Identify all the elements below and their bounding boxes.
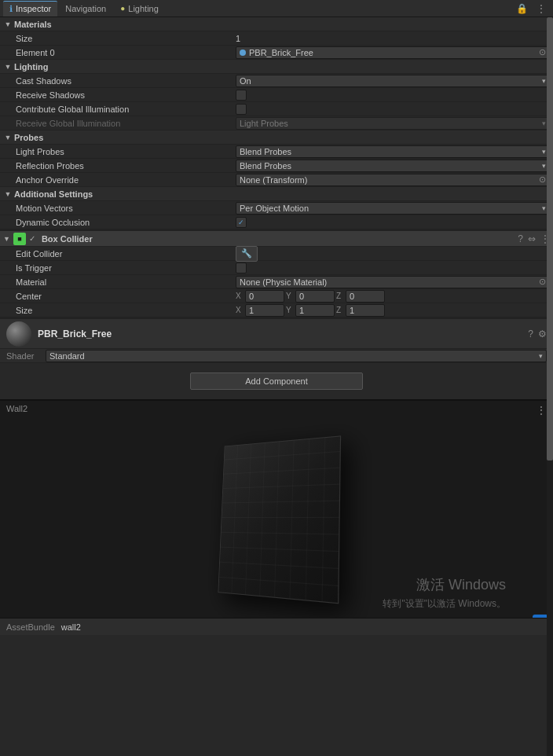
inspector-tab-label: Inspector xyxy=(16,4,51,13)
contribute-gi-label: Contribute Global Illumination xyxy=(16,105,236,114)
shader-dropdown-arrow: ▾ xyxy=(539,352,543,360)
light-probes-row: Light Probes Blend Probes ▾ xyxy=(0,145,553,159)
collider-material-value[interactable]: None (Physic Material) ⊙ xyxy=(236,276,550,288)
cast-shadows-dropdown[interactable]: On ▾ xyxy=(236,75,550,87)
dynamic-occlusion-value[interactable] xyxy=(236,217,550,228)
light-probes-label: Light Probes xyxy=(16,147,236,156)
box-collider-edit-icon[interactable]: ⇔ xyxy=(528,233,536,244)
contribute-gi-value[interactable] xyxy=(236,104,550,115)
materials-section-header[interactable]: ▼ Materials xyxy=(0,17,553,31)
anchor-override-text: None (Transform) xyxy=(240,175,536,185)
add-component-button[interactable]: Add Component xyxy=(190,372,363,390)
probes-section-header[interactable]: ▼ Probes xyxy=(0,130,553,145)
center-z-input[interactable]: 0 xyxy=(346,290,385,303)
box-collider-icons: ? ⇔ ⋮ xyxy=(518,233,550,244)
receive-gi-dropdown-arrow: ▾ xyxy=(542,119,546,127)
box-collider-title: Box Collider xyxy=(42,234,518,244)
is-trigger-value[interactable] xyxy=(236,262,550,273)
shader-dropdown[interactable]: Standard ▾ xyxy=(46,350,547,362)
additional-settings-section-label: Additional Settings xyxy=(14,189,93,199)
center-z-label: Z xyxy=(336,292,344,300)
lighting-section-header[interactable]: ▼ Lighting xyxy=(0,60,553,74)
preview-menu-icon[interactable]: ⋮ xyxy=(536,404,547,417)
anchor-override-label: Anchor Override xyxy=(16,175,236,185)
reflection-probes-dropdown[interactable]: Blend Probes ▾ xyxy=(236,160,550,172)
size-label: Size xyxy=(16,34,236,43)
add-component-label: Add Component xyxy=(245,376,308,386)
additional-settings-section-header[interactable]: ▼ Additional Settings xyxy=(0,187,553,201)
receive-gi-dropdown[interactable]: Light Probes ▾ xyxy=(236,117,550,130)
cast-shadows-label: Cast Shadows xyxy=(16,76,236,86)
center-y-input[interactable]: 0 xyxy=(295,290,335,303)
element0-value[interactable]: PBR_Brick_Free ⊙ xyxy=(236,46,550,59)
receive-shadows-row: Receive Shadows xyxy=(0,88,553,102)
material-help-icon[interactable]: ? xyxy=(528,328,533,339)
anchor-override-value[interactable]: None (Transform) ⊙ xyxy=(236,174,550,186)
shader-row: Shader Standard ▾ xyxy=(0,349,553,363)
collider-material-text: None (Physic Material) xyxy=(240,277,536,287)
element0-text: PBR_Brick_Free xyxy=(249,48,536,57)
collider-material-field[interactable]: None (Physic Material) ⊙ xyxy=(236,276,550,288)
wall-3d-preview xyxy=(218,435,341,604)
tab-navigation[interactable]: Navigation xyxy=(59,1,112,17)
is-trigger-checkbox[interactable] xyxy=(236,262,247,273)
element0-dot xyxy=(240,50,246,56)
collider-material-select-icon[interactable]: ⊙ xyxy=(539,277,546,287)
reflection-probes-row: Reflection Probes Blend Probes ▾ xyxy=(0,159,553,173)
element0-field[interactable]: PBR_Brick_Free ⊙ xyxy=(236,46,550,59)
center-label: Center xyxy=(16,292,236,301)
size-y-input[interactable]: 1 xyxy=(295,304,335,317)
collider-size-value: X 1 Y 1 Z 1 xyxy=(236,304,550,317)
anchor-override-field[interactable]: None (Transform) ⊙ xyxy=(236,174,550,186)
cast-shadows-value[interactable]: On ▾ xyxy=(236,75,550,87)
preview-label: Wall2 xyxy=(6,404,27,413)
center-x-input[interactable]: 0 xyxy=(245,290,284,303)
material-settings-icon[interactable]: ⚙ xyxy=(538,328,547,339)
anchor-override-select-icon[interactable]: ⊙ xyxy=(539,174,546,185)
tab-menu-icon[interactable]: ⋮ xyxy=(533,2,550,15)
collider-size-row: Size X 1 Y 1 Z 1 xyxy=(0,303,553,317)
box-collider-help-icon[interactable]: ? xyxy=(518,233,523,244)
motion-vectors-value[interactable]: Per Object Motion ▾ xyxy=(236,202,550,215)
motion-vectors-dropdown[interactable]: Per Object Motion ▾ xyxy=(236,202,550,215)
edit-collider-button[interactable]: 🔧 xyxy=(236,246,258,262)
center-y-label: Y xyxy=(286,292,294,300)
scrollbar-track xyxy=(547,17,553,756)
scrollbar-thumb[interactable] xyxy=(547,17,553,461)
light-probes-dropdown[interactable]: Blend Probes ▾ xyxy=(236,145,550,158)
light-probes-dropdown-arrow: ▾ xyxy=(542,148,546,156)
reflection-probes-value[interactable]: Blend Probes ▾ xyxy=(236,160,550,172)
inspector-icon: ℹ xyxy=(9,4,13,14)
tab-inspector[interactable]: ℹ Inspector xyxy=(3,1,57,17)
element0-label: Element 0 xyxy=(16,48,236,57)
size-value: 1 xyxy=(236,34,550,43)
edit-collider-row: Edit Collider 🔧 xyxy=(0,247,553,261)
dynamic-occlusion-checkbox[interactable] xyxy=(236,217,247,228)
box-collider-header[interactable]: ▼ ■ ✓ Box Collider ? ⇔ ⋮ xyxy=(0,229,553,247)
receive-gi-value[interactable]: Light Probes ▾ xyxy=(236,117,550,130)
preview-area: Wall2 ⋮ 激活 Windows 转到"设置"以激活 Windows。 CS… xyxy=(0,399,553,635)
material-info: PBR_Brick_Free xyxy=(38,328,522,339)
center-row: Center X 0 Y 0 Z 0 xyxy=(0,289,553,303)
receive-shadows-value[interactable] xyxy=(236,90,550,101)
receive-gi-label: Receive Global Illumination xyxy=(16,119,236,128)
center-x-field: X 0 xyxy=(236,290,284,303)
edit-collider-value[interactable]: 🔧 xyxy=(236,246,550,262)
lighting-arrow: ▼ xyxy=(3,62,13,72)
box-collider-check[interactable]: ✓ xyxy=(29,234,38,243)
tab-bar: ℹ Inspector Navigation ● Lighting 🔒 ⋮ xyxy=(0,0,553,17)
element0-select-icon[interactable]: ⊙ xyxy=(539,47,546,57)
collider-material-row: Material None (Physic Material) ⊙ xyxy=(0,275,553,289)
size-x-input[interactable]: 1 xyxy=(245,304,284,317)
contribute-gi-checkbox[interactable] xyxy=(236,104,247,115)
tab-lighting[interactable]: ● Lighting xyxy=(114,1,165,17)
box-collider-arrow: ▼ xyxy=(3,235,10,243)
material-name: PBR_Brick_Free xyxy=(38,328,522,339)
lock-icon[interactable]: 🔒 xyxy=(513,3,531,14)
size-z-input[interactable]: 1 xyxy=(346,304,385,317)
asset-bundle-label: AssetBundle xyxy=(6,622,55,632)
wall-3d-container xyxy=(214,439,339,596)
light-probes-value[interactable]: Blend Probes ▾ xyxy=(236,145,550,158)
size-y-label: Y xyxy=(286,306,294,314)
receive-shadows-checkbox[interactable] xyxy=(236,90,247,101)
